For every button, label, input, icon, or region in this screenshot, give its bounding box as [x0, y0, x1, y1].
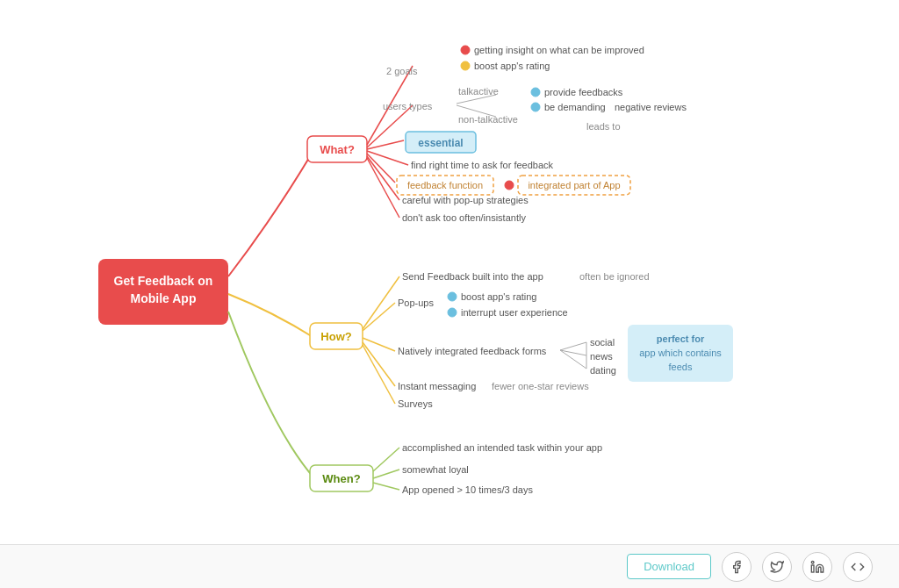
svg-text:Surveys: Surveys: [398, 398, 433, 409]
twitter-button[interactable]: [762, 552, 792, 582]
svg-text:find right time to ask for fee: find right time to ask for feedback: [411, 160, 554, 170]
svg-text:don't ask too often/insistantl: don't ask too often/insistantly: [402, 212, 526, 223]
svg-text:accomplished an intended task : accomplished an intended task within you…: [402, 442, 602, 453]
svg-text:getting insight on what can be: getting insight on what can be improved: [474, 45, 644, 55]
svg-point-10: [461, 61, 470, 70]
svg-text:Send Feedback built into the a: Send Feedback built into the app: [402, 271, 543, 282]
svg-text:be demanding: be demanding: [544, 102, 606, 112]
mindmap-canvas: Get Feedback on Mobile App What? 2 goals…: [0, 0, 899, 544]
svg-point-77: [811, 561, 814, 563]
svg-text:feedback function: feedback function: [407, 180, 483, 190]
svg-text:Mobile App: Mobile App: [131, 291, 197, 305]
svg-text:provide feedbacks: provide feedbacks: [544, 87, 623, 97]
svg-text:feeds: feeds: [669, 362, 693, 372]
svg-text:Natively integrated feedback f: Natively integrated feedback forms: [398, 346, 547, 356]
svg-text:Pop-ups: Pop-ups: [398, 298, 434, 308]
download-button[interactable]: Download: [627, 554, 711, 579]
svg-text:talkactive: talkactive: [458, 86, 499, 97]
svg-text:negative reviews: negative reviews: [615, 102, 687, 112]
svg-text:boost app's rating: boost app's rating: [474, 61, 550, 71]
svg-text:What?: What?: [320, 143, 355, 156]
svg-text:Get Feedback on: Get Feedback on: [114, 274, 213, 288]
svg-text:news: news: [590, 351, 613, 362]
svg-point-18: [531, 103, 540, 111]
code-button[interactable]: [843, 552, 873, 582]
facebook-button[interactable]: [722, 552, 752, 582]
svg-text:careful with pop-up strategies: careful with pop-up strategies: [402, 195, 529, 205]
svg-point-48: [448, 308, 457, 317]
svg-text:fewer one-star reviews: fewer one-star reviews: [492, 381, 589, 391]
svg-text:Instant messaging: Instant messaging: [398, 381, 476, 391]
svg-point-46: [448, 292, 457, 301]
svg-text:perfect for: perfect for: [657, 333, 705, 344]
svg-text:somewhat loyal: somewhat loyal: [402, 464, 469, 475]
svg-text:When?: When?: [322, 472, 360, 485]
svg-text:users types: users types: [383, 101, 433, 111]
svg-text:interrupt user experience: interrupt user experience: [461, 307, 568, 318]
svg-text:dating: dating: [590, 365, 616, 376]
svg-text:app which contains: app which contains: [639, 348, 722, 358]
svg-text:social: social: [590, 337, 615, 348]
svg-text:How?: How?: [320, 330, 351, 343]
svg-point-16: [531, 88, 540, 97]
svg-text:App opened > 10 times/3 days: App opened > 10 times/3 days: [402, 484, 533, 495]
svg-point-8: [461, 46, 470, 54]
svg-text:essential: essential: [418, 137, 463, 149]
linkedin-button[interactable]: [802, 552, 832, 582]
svg-text:often be ignored: often be ignored: [579, 271, 650, 282]
svg-text:boost app's rating: boost app's rating: [461, 291, 537, 302]
svg-text:leads to: leads to: [586, 121, 621, 132]
svg-rect-76: [811, 565, 814, 572]
svg-text:integrated part of App: integrated part of App: [528, 180, 620, 190]
svg-point-32: [505, 181, 514, 190]
footer: Download: [0, 544, 899, 588]
svg-text:non-talkactive: non-talkactive: [458, 114, 518, 125]
mindmap-svg: Get Feedback on Mobile App What? 2 goals…: [0, 0, 899, 544]
svg-text:2 goals: 2 goals: [386, 66, 418, 76]
